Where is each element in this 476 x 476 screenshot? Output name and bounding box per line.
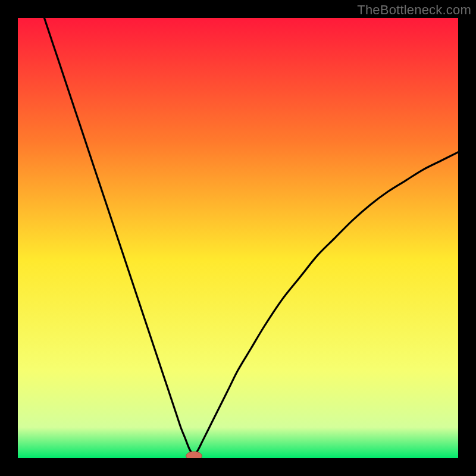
- gradient-background: [18, 18, 458, 458]
- chart-frame: TheBottleneck.com: [0, 0, 476, 476]
- minimum-marker: [186, 452, 202, 458]
- watermark-text: TheBottleneck.com: [357, 2, 471, 18]
- plot-area: [18, 18, 458, 458]
- chart-svg: [18, 18, 458, 458]
